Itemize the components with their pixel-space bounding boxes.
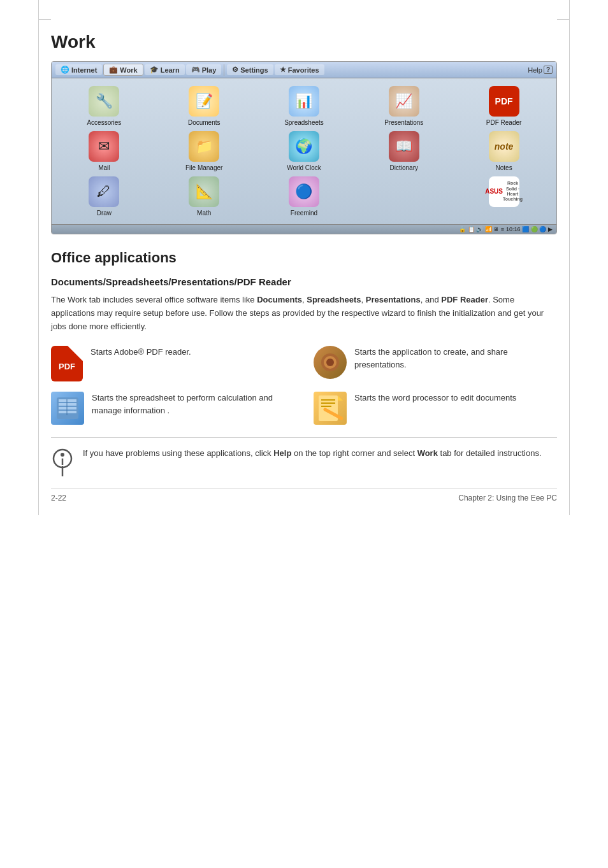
filemanager-icon: 📁 bbox=[189, 131, 219, 162]
taskbar-internet[interactable]: 🌐 Internet bbox=[55, 64, 102, 75]
presentation-desc-text: Starts the application to create, and sh… bbox=[354, 346, 557, 371]
app-dictionary[interactable]: 📖 Dictionary bbox=[356, 131, 451, 171]
taskbar-play[interactable]: 🎮 Play bbox=[186, 64, 222, 75]
draw-icon: 🖊 bbox=[89, 176, 119, 207]
asus-icon: ASUS Rock Solid · Heart Touching bbox=[489, 176, 519, 207]
dictionary-label: Dictionary bbox=[390, 164, 418, 171]
presentations-icon: 📈 bbox=[389, 86, 419, 117]
taskbar-learn-label: Learn bbox=[161, 66, 180, 74]
status-right-icons: 🟦 🟢 🔵 ▶ bbox=[522, 226, 553, 232]
app-freemind[interactable]: 🔵 Freemind bbox=[257, 176, 352, 217]
status-time: 10:16 bbox=[506, 226, 521, 232]
app-accessories[interactable]: 🔧 Accessories bbox=[57, 86, 152, 126]
office-applications-title: Office applications bbox=[51, 250, 557, 266]
worldclock-label: World Clock bbox=[287, 164, 321, 171]
svg-rect-10 bbox=[321, 399, 335, 401]
app-grid: 🔧 Accessories 📝 Documents 📊 Spreadsheets… bbox=[52, 78, 556, 224]
body-paragraph: The Work tab includes several office sof… bbox=[51, 294, 557, 333]
svg-rect-7 bbox=[59, 411, 76, 413]
taskbar-help-label[interactable]: Help bbox=[528, 66, 542, 74]
icon-descriptions-grid: PDF Starts Adobe® PDF reader. Starts the… bbox=[51, 346, 557, 425]
taskbar-settings-label: Settings bbox=[240, 66, 268, 74]
pdfreader-icon: PDF bbox=[489, 86, 519, 117]
spreadsheets-icon: 📊 bbox=[289, 86, 319, 117]
app-worldclock[interactable]: 🌍 World Clock bbox=[257, 131, 352, 171]
app-pdfreader[interactable]: PDF PDF Reader bbox=[456, 86, 551, 126]
app-spreadsheets[interactable]: 📊 Spreadsheets bbox=[257, 86, 352, 126]
taskbar-learn[interactable]: 🎓 Learn bbox=[145, 64, 185, 75]
document-desc-icon bbox=[314, 392, 347, 425]
favorites-icon: ★ bbox=[280, 66, 286, 74]
settings-icon: ⚙ bbox=[232, 66, 238, 74]
taskbar-work-label: Work bbox=[120, 66, 137, 74]
dictionary-icon: 📖 bbox=[389, 131, 419, 162]
note-text-1: If you have problems using these applica… bbox=[83, 448, 273, 458]
taskbar-play-label: Play bbox=[202, 66, 217, 74]
bold-presentations: Presentations bbox=[366, 295, 421, 304]
app-presentations[interactable]: 📈 Presentations bbox=[356, 86, 451, 126]
status-bar: 🔒 📋 🔊 📶 🖥 ≡ 10:16 🟦 🟢 🔵 ▶ bbox=[52, 224, 556, 234]
notes-label: Notes bbox=[496, 164, 512, 171]
svg-marker-13 bbox=[338, 395, 343, 401]
math-label: Math bbox=[197, 210, 211, 217]
taskbar-settings[interactable]: ⚙ Settings bbox=[227, 64, 273, 75]
subsection-title: Documents/Spreadsheets/Presentations/PDF… bbox=[51, 276, 557, 287]
app-empty bbox=[356, 176, 451, 217]
note-paragraph: If you have problems using these applica… bbox=[83, 447, 542, 460]
taskbar-help-icon[interactable]: ? bbox=[544, 66, 553, 74]
app-mail[interactable]: ✉ Mail bbox=[57, 131, 152, 171]
mail-icon: ✉ bbox=[89, 131, 119, 162]
svg-rect-4 bbox=[59, 399, 76, 402]
app-notes[interactable]: note Notes bbox=[456, 131, 551, 171]
app-filemanager[interactable]: 📁 File Manager bbox=[157, 131, 252, 171]
freemind-label: Freemind bbox=[291, 210, 317, 217]
filemanager-label: File Manager bbox=[185, 164, 222, 171]
pdfreader-label: PDF Reader bbox=[486, 119, 522, 126]
bold-spreadsheets: Spreadsheets bbox=[307, 295, 361, 304]
app-math[interactable]: 📐 Math bbox=[157, 176, 252, 217]
accessories-icon: 🔧 bbox=[89, 86, 119, 117]
taskbar-favorites[interactable]: ★ Favorites bbox=[275, 64, 324, 75]
taskbar: 🌐 Internet 💼 Work 🎓 Learn 🎮 Play ⚙ Setti… bbox=[52, 62, 556, 78]
footer-chapter: Chapter 2: Using the Eee PC bbox=[458, 494, 557, 502]
math-icon: 📐 bbox=[189, 176, 219, 207]
documents-icon: 📝 bbox=[189, 86, 219, 117]
svg-rect-12 bbox=[321, 406, 331, 407]
app-asus[interactable]: ASUS Rock Solid · Heart Touching bbox=[456, 176, 551, 217]
spreadsheet-desc-icon bbox=[51, 392, 84, 425]
icon-desc-pdf: PDF Starts Adobe® PDF reader. bbox=[51, 346, 294, 381]
note-bold-help: Help bbox=[273, 448, 291, 458]
taskbar-internet-label: Internet bbox=[71, 66, 97, 74]
work-tab-icon: 💼 bbox=[109, 66, 118, 74]
app-documents[interactable]: 📝 Documents bbox=[157, 86, 252, 126]
documents-label: Documents bbox=[188, 119, 221, 126]
body-text-4: , and bbox=[421, 295, 442, 304]
internet-icon: 🌐 bbox=[61, 66, 69, 74]
svg-point-2 bbox=[326, 359, 334, 366]
icon-desc-spreadsheet: Starts the spreadsheet to perform calcul… bbox=[51, 392, 294, 425]
accessories-label: Accessories bbox=[87, 119, 121, 126]
note-icon bbox=[51, 448, 74, 481]
pdf-desc-text: Starts Adobe® PDF reader. bbox=[90, 346, 191, 359]
taskbar-work[interactable]: 💼 Work bbox=[103, 64, 143, 76]
presentations-label: Presentations bbox=[384, 119, 423, 126]
note-text-2: on the top right corner and select bbox=[291, 448, 417, 458]
status-icons: 🔒 📋 🔊 📶 🖥 ≡ bbox=[459, 226, 504, 232]
bold-pdfreader: PDF Reader bbox=[441, 295, 488, 304]
draw-label: Draw bbox=[97, 210, 112, 217]
note-box: If you have problems using these applica… bbox=[51, 438, 557, 490]
icon-desc-presentation: Starts the application to create, and sh… bbox=[314, 346, 557, 381]
document-desc-text: Starts the word processor to edit docume… bbox=[354, 392, 516, 404]
svg-rect-11 bbox=[321, 402, 335, 404]
svg-rect-6 bbox=[59, 407, 76, 409]
mail-label: Mail bbox=[98, 164, 110, 171]
notes-icon: note bbox=[489, 131, 519, 162]
freemind-icon: 🔵 bbox=[289, 176, 319, 207]
svg-rect-5 bbox=[59, 403, 76, 406]
app-draw[interactable]: 🖊 Draw bbox=[57, 176, 152, 217]
spreadsheets-label: Spreadsheets bbox=[284, 119, 324, 126]
taskbar-favorites-label: Favorites bbox=[288, 66, 319, 74]
body-text-3: , bbox=[361, 295, 366, 304]
pdf-desc-icon: PDF bbox=[51, 346, 83, 381]
note-text-3: tab for detailed instructions. bbox=[438, 448, 542, 458]
